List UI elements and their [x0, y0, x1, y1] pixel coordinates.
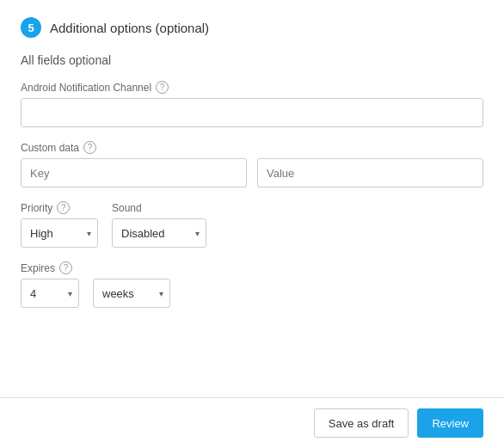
main-content: 5 Additional options (optional) All fiel…: [0, 0, 504, 397]
section-title: Additional options (optional): [50, 21, 209, 35]
android-notification-channel-label: Android Notification Channel ?: [21, 81, 483, 94]
android-notification-channel-input[interactable]: [21, 98, 483, 127]
priority-field: Priority ? High Normal Low ▾: [21, 201, 98, 248]
page-container: 5 Additional options (optional) All fiel…: [0, 0, 504, 448]
priority-sound-group: Priority ? High Normal Low ▾ Sound: [21, 201, 483, 248]
custom-data-group: Custom data ?: [21, 141, 483, 187]
custom-data-key-input[interactable]: [21, 158, 247, 187]
priority-select[interactable]: High Normal Low: [21, 218, 98, 248]
android-channel-help-icon[interactable]: ?: [156, 81, 169, 94]
sound-field: Sound Disabled Default Custom ▾: [112, 202, 206, 248]
expires-group: Expires ? 1 2 3 4 5 6 7 8 ▾: [21, 261, 483, 308]
sound-select[interactable]: Disabled Default Custom: [112, 218, 206, 248]
priority-select-wrapper: High Normal Low ▾: [21, 218, 98, 248]
expires-unit-select[interactable]: minutes hours days weeks: [93, 279, 170, 308]
footer-bar: Save as draft Review: [0, 397, 504, 448]
save-as-draft-button[interactable]: Save as draft: [314, 408, 409, 438]
section-header: 5 Additional options (optional): [21, 17, 483, 38]
custom-data-value-input[interactable]: [257, 158, 483, 187]
sound-label: Sound: [112, 202, 206, 214]
custom-data-label: Custom data ?: [21, 141, 483, 154]
priority-help-icon[interactable]: ?: [57, 201, 70, 214]
expires-label: Expires ?: [21, 261, 483, 274]
step-badge: 5: [21, 17, 41, 38]
priority-label: Priority ?: [21, 201, 98, 214]
android-notification-channel-group: Android Notification Channel ?: [21, 81, 483, 127]
expires-num-select[interactable]: 1 2 3 4 5 6 7 8: [21, 279, 79, 308]
expires-help-icon[interactable]: ?: [59, 261, 72, 274]
custom-data-row: [21, 158, 483, 187]
custom-data-help-icon[interactable]: ?: [83, 141, 96, 154]
expires-num-select-wrapper: 1 2 3 4 5 6 7 8 ▾: [21, 279, 79, 308]
priority-sound-row: Priority ? High Normal Low ▾ Sound: [21, 201, 483, 248]
expires-unit-select-wrapper: minutes hours days weeks ▾: [93, 279, 170, 308]
sound-select-wrapper: Disabled Default Custom ▾: [112, 218, 206, 248]
review-button[interactable]: Review: [417, 408, 483, 438]
fields-optional-label: All fields optional: [21, 53, 483, 67]
expires-row: 1 2 3 4 5 6 7 8 ▾ minutes hours: [21, 279, 483, 308]
